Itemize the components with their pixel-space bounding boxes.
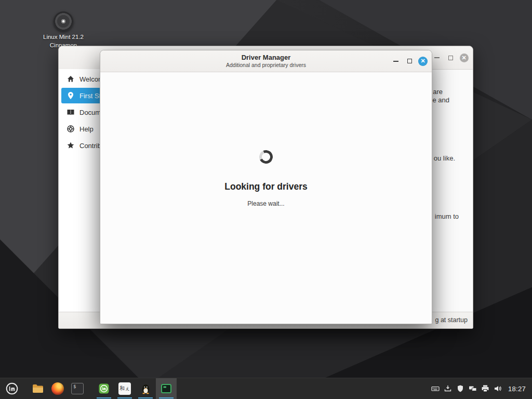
- content-fragment: imum to: [435, 212, 459, 220]
- sidebar-item-label: Help: [79, 125, 94, 133]
- maximize-button[interactable]: [444, 51, 457, 64]
- open-window-indicator: [159, 397, 174, 398]
- close-icon: ✕: [418, 57, 428, 66]
- taskbar-clock[interactable]: 18:27: [508, 385, 526, 393]
- printer-icon[interactable]: [481, 384, 489, 393]
- minimize-button[interactable]: [389, 55, 403, 68]
- close-button[interactable]: ✕: [416, 55, 430, 68]
- maximize-button[interactable]: [403, 55, 416, 68]
- taskbar-window-tux[interactable]: [135, 378, 156, 399]
- star-icon: [66, 141, 75, 150]
- characters-glyph: 和ぇ: [119, 385, 130, 392]
- network-icon[interactable]: [469, 384, 477, 393]
- minimize-icon: [393, 61, 398, 62]
- characters-app-icon: 和ぇ: [118, 382, 131, 395]
- window-list: 和ぇ: [94, 378, 177, 399]
- open-window-indicator: [138, 397, 153, 398]
- pin-icon: [66, 91, 75, 100]
- firefox-icon: [51, 382, 64, 395]
- firefox-launcher-button[interactable]: [48, 378, 68, 399]
- taskbar-window-driver-manager[interactable]: [156, 378, 177, 399]
- maximize-icon: [448, 56, 453, 60]
- status-message: Please wait...: [100, 200, 432, 207]
- open-window-indicator: [97, 397, 111, 398]
- system-tray: 18:27: [431, 384, 532, 393]
- taskbar-window-welcome[interactable]: [94, 378, 114, 399]
- shortcut-label-line1: Linux Mint 21.2: [43, 33, 84, 42]
- welcome-window-controls: ✕: [430, 46, 471, 69]
- files-launcher-button[interactable]: [28, 378, 48, 399]
- menu-button[interactable]: [0, 378, 24, 399]
- content-fragment: e and: [432, 96, 449, 104]
- terminal-launcher-button[interactable]: $: [68, 378, 87, 399]
- home-icon: [66, 75, 75, 83]
- content-fragment: ou like.: [434, 154, 455, 162]
- book-icon: [66, 108, 75, 116]
- close-button[interactable]: ✕: [457, 51, 471, 64]
- taskbar-window-characters[interactable]: 和ぇ: [114, 378, 135, 399]
- window-subtitle: Additional and proprietary drivers: [100, 62, 432, 68]
- driver-manager-window-controls: ✕: [389, 50, 430, 72]
- window-title: Driver Manager: [100, 50, 432, 61]
- driver-manager-titlebar[interactable]: Driver Manager Additional and proprietar…: [100, 50, 432, 72]
- keyboard-icon[interactable]: [431, 384, 440, 393]
- mint-welcome-icon: [98, 382, 110, 395]
- mint-logo-icon: [5, 382, 19, 395]
- shield-icon[interactable]: [456, 384, 464, 393]
- status-title: Looking for drivers: [100, 181, 432, 192]
- terminal-prompt-glyph: $: [73, 384, 76, 389]
- download-icon[interactable]: [444, 384, 452, 393]
- volume-icon[interactable]: [494, 384, 502, 393]
- driver-manager-app-icon: [160, 382, 172, 395]
- taskbar-panel: $ 和ぇ: [0, 378, 532, 399]
- open-window-indicator: [117, 397, 132, 398]
- maximize-icon: [407, 59, 412, 63]
- folder-icon: [32, 382, 44, 395]
- desktop-shortcut-linux-mint-iso[interactable]: Linux Mint 21.2 Cinnamon: [43, 11, 84, 49]
- launcher-group: $: [24, 378, 87, 399]
- driver-manager-window: Driver Manager Additional and proprietar…: [100, 50, 432, 324]
- disc-icon: [54, 11, 73, 31]
- terminal-icon: $: [71, 383, 84, 394]
- driver-manager-content: Looking for drivers Please wait...: [100, 72, 432, 324]
- minimize-icon: [434, 57, 440, 58]
- lifebuoy-icon: [66, 125, 75, 133]
- startup-checkbox-label-fragment[interactable]: g at startup: [435, 312, 468, 328]
- loading-spinner-icon: [257, 148, 274, 165]
- penguin-icon: [140, 383, 152, 395]
- content-fragment: are: [433, 88, 443, 96]
- close-icon: ✕: [460, 54, 469, 62]
